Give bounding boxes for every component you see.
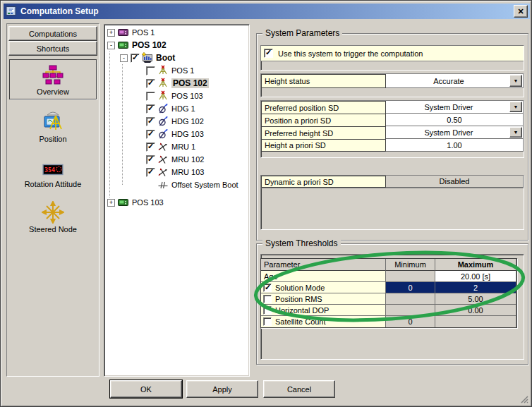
tree-item-label: MRU 103 xyxy=(171,168,204,176)
apply-button-label: Apply xyxy=(212,385,232,394)
satellite-count-min-value[interactable]: 0 xyxy=(386,316,435,327)
position-rms-checkbox[interactable] xyxy=(263,295,272,303)
horizontal-dop-checkbox[interactable] xyxy=(263,306,272,315)
age-min-value[interactable] xyxy=(386,271,435,282)
tree-item-label: MRU 102 xyxy=(171,155,204,164)
tree-item-pos103-root[interactable]: + POS 103 xyxy=(106,196,248,209)
preferred-height-sd-value[interactable]: System Driver xyxy=(424,128,484,137)
solution-mode-min-value[interactable]: 0 xyxy=(386,282,435,293)
shortcuts-button-label: Shortcuts xyxy=(37,44,69,53)
sidebar-item-label: Position xyxy=(39,135,66,143)
threshold-row-solution-mode: Solution Mode 0 2 xyxy=(261,282,516,293)
tree-checkbox[interactable] xyxy=(146,168,155,177)
preferred-height-sd-dropdown[interactable] xyxy=(509,127,522,138)
tree-item-hdg103[interactable]: HDG 103 xyxy=(106,128,248,140)
computations-button[interactable]: Computations xyxy=(8,26,97,41)
sidebar-item-label: Rotation Attitude xyxy=(25,180,82,188)
threshold-row-position-rms: Position RMS 5.00 xyxy=(261,293,516,305)
tree-checkbox[interactable] xyxy=(146,130,155,139)
tree-checkbox[interactable] xyxy=(146,104,155,114)
height-status-label: Height status xyxy=(261,74,386,88)
tree-item-pos1-root[interactable]: + POS 1 xyxy=(106,26,248,39)
threshold-row-age: Age 20.00 [s] xyxy=(261,271,516,282)
preferred-position-sd-value[interactable]: System Driver xyxy=(424,103,484,111)
tree-item-label: POS 1 xyxy=(171,66,194,75)
collapse-toggle[interactable]: - xyxy=(107,42,115,49)
expand-toggle[interactable]: + xyxy=(107,199,115,207)
tree-item-label: HDG 103 xyxy=(171,130,204,138)
computations-button-label: Computations xyxy=(29,30,77,38)
satellite-count-checkbox[interactable] xyxy=(263,317,272,326)
age-max-value[interactable]: 20.00 [s] xyxy=(435,271,516,282)
tree-item-offset-system-boot[interactable]: Offset System Boot xyxy=(106,178,248,191)
tree-checkbox[interactable] xyxy=(146,117,155,126)
cancel-button[interactable]: Cancel xyxy=(263,380,335,398)
position-rms-min-value[interactable] xyxy=(386,293,435,305)
shortcuts-button[interactable]: Shortcuts xyxy=(8,41,97,56)
horizontal-dop-label: Horizontal DOP xyxy=(275,306,329,315)
tree-item-label: POS 102 xyxy=(132,40,167,50)
collapse-toggle[interactable]: - xyxy=(120,54,128,62)
position-rms-max-value[interactable]: 5.00 xyxy=(435,293,516,305)
tree-item-pos102-root[interactable]: - POS 102 xyxy=(106,39,248,51)
tree-checkbox[interactable] xyxy=(146,79,155,88)
tree-item-pos102[interactable]: POS 102 xyxy=(106,77,248,90)
mru-axes-icon xyxy=(157,141,169,152)
title-bar[interactable]: Computation Setup ✕ xyxy=(4,4,530,19)
tree-item-hdg102[interactable]: HDG 102 xyxy=(106,115,248,128)
height-status-dropdown[interactable] xyxy=(509,75,522,87)
sidebar-item-position[interactable]: Position xyxy=(9,107,97,142)
trigger-box: Use this system to trigger the computati… xyxy=(260,45,524,71)
tree-checkbox[interactable] xyxy=(131,54,140,63)
age-label: Age xyxy=(261,271,386,282)
tree-item-mru102[interactable]: MRU 102 xyxy=(106,153,248,166)
horizontal-dop-min-value[interactable] xyxy=(386,305,435,316)
tree-item-mru103[interactable]: MRU 103 xyxy=(106,166,248,178)
solution-mode-max-value[interactable]: 2 xyxy=(435,282,516,293)
close-icon: ✕ xyxy=(517,8,524,15)
position-a-priori-sd-value[interactable]: 0.50 xyxy=(386,114,524,126)
column-header-parameter[interactable]: Parameter xyxy=(261,259,386,271)
tree-item-pos1[interactable]: POS 1 xyxy=(106,64,248,77)
thresholds-table: Parameter Minimum Maximum Age 20.00 [s] … xyxy=(260,258,517,328)
boot-chart-icon xyxy=(142,52,153,63)
thresholds-header-row: Parameter Minimum Maximum xyxy=(261,259,516,271)
tree-checkbox[interactable] xyxy=(146,155,155,164)
tree-item-pos103[interactable]: POS 103 xyxy=(106,90,248,102)
preferred-position-sd-label: Preferred position SD xyxy=(261,101,386,114)
satellite-count-max-value[interactable] xyxy=(435,316,516,327)
shortcut-sidebar: Computations Shortcuts Overview Position… xyxy=(6,23,99,377)
height-status-value[interactable]: Accurate xyxy=(433,77,475,85)
expand-toggle[interactable]: + xyxy=(107,29,115,37)
pos-device-icon xyxy=(118,27,129,38)
tree-item-boot[interactable]: - Boot xyxy=(106,51,248,64)
height-a-priori-sd-label: Height a priori SD xyxy=(261,139,386,152)
sidebar-item-overview[interactable]: Overview xyxy=(9,59,97,99)
height-a-priori-sd-value[interactable]: 1.00 xyxy=(386,139,524,152)
sidebar-item-label: Overview xyxy=(37,87,69,96)
position-rms-label: Position RMS xyxy=(275,295,322,303)
ok-button[interactable]: OK xyxy=(110,380,182,398)
preferred-position-sd-dropdown[interactable] xyxy=(509,102,522,112)
trigger-checkbox[interactable] xyxy=(264,49,273,58)
apply-button[interactable]: Apply xyxy=(186,380,258,398)
dynamic-a-priori-sd-value[interactable]: Disabled xyxy=(386,176,524,188)
column-header-minimum[interactable]: Minimum xyxy=(386,259,435,271)
tree-checkbox[interactable] xyxy=(146,142,155,152)
sidebar-item-steered-node[interactable]: Steered Node xyxy=(9,198,97,233)
window-title: Computation Setup xyxy=(20,6,514,16)
tree-checkbox[interactable] xyxy=(146,92,155,101)
system-thresholds-title: System Thresholds xyxy=(262,238,341,248)
tree-checkbox[interactable] xyxy=(146,66,155,75)
antenna-icon xyxy=(157,90,169,102)
horizontal-dop-max-value[interactable]: 0.00 xyxy=(435,305,516,316)
column-header-maximum[interactable]: Maximum xyxy=(435,259,516,271)
threshold-row-satellite-count: Satellite Count 0 xyxy=(261,316,516,327)
tree-item-hdg1[interactable]: HDG 1 xyxy=(106,102,248,115)
solution-mode-checkbox[interactable] xyxy=(263,284,272,292)
sidebar-item-rotation-attitude[interactable]: Rotation Attitude xyxy=(9,157,97,188)
resize-grip[interactable] xyxy=(520,395,529,404)
close-button[interactable]: ✕ xyxy=(514,5,528,18)
ok-button-label: OK xyxy=(140,385,152,394)
tree-item-mru1[interactable]: MRU 1 xyxy=(106,140,248,153)
